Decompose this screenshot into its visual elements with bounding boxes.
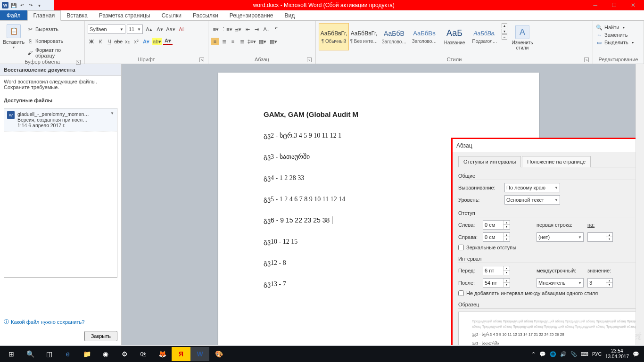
- clear-format-icon[interactable]: A⃠: [177, 25, 186, 33]
- no-space-same-style-checkbox[interactable]: [458, 290, 464, 296]
- explorer-icon[interactable]: 📁: [77, 347, 96, 361]
- font-name-input[interactable]: Sylfaen▼: [88, 25, 125, 34]
- settings-icon[interactable]: ⚙: [115, 347, 134, 361]
- tab-file[interactable]: Файл: [0, 10, 27, 20]
- space-before-input[interactable]: 6 пт▴▾: [483, 266, 510, 275]
- tray-vol-icon[interactable]: 🔊: [560, 351, 567, 357]
- alignment-select[interactable]: По левому краю▼: [504, 183, 560, 192]
- tray-notify-icon[interactable]: 💬: [633, 351, 639, 357]
- indent-right-input[interactable]: 0 см▴▾: [483, 232, 510, 242]
- styles-launcher-icon[interactable]: ↘: [584, 58, 589, 62]
- tab-home[interactable]: Главная: [27, 10, 61, 21]
- tray-clock[interactable]: 23:5413.04.2017: [605, 348, 629, 360]
- indent-dec-icon[interactable]: ⇤: [244, 25, 251, 33]
- line-spacing-value-input[interactable]: 3▴▾: [587, 278, 613, 288]
- numbering-icon[interactable]: ⋮≡▾: [222, 25, 231, 33]
- sort-icon[interactable]: A↓: [262, 25, 271, 33]
- align-left-icon[interactable]: ≡: [211, 38, 219, 45]
- bullets-icon[interactable]: ≡▾: [211, 25, 221, 33]
- underline-icon[interactable]: Ч: [106, 38, 113, 45]
- strike-icon[interactable]: abc: [115, 38, 122, 45]
- store-icon[interactable]: 🛍: [134, 347, 153, 361]
- change-styles-button[interactable]: A Изменить стили: [509, 23, 536, 50]
- tray-msg-icon[interactable]: 💬: [539, 351, 546, 357]
- show-marks-icon[interactable]: ¶: [272, 25, 280, 33]
- mirror-indents-checkbox[interactable]: [458, 245, 464, 250]
- word-taskbar-icon[interactable]: W: [190, 347, 209, 361]
- paint-icon[interactable]: 🎨: [209, 347, 228, 361]
- recovery-item[interactable]: W gladuell_-_perelomny_momen… Версия, со…: [4, 108, 117, 132]
- save-icon[interactable]: 💾: [10, 2, 17, 8]
- task-view-icon[interactable]: ◫: [40, 347, 58, 361]
- indent-left-input[interactable]: 0 см▴▾: [483, 220, 510, 230]
- recovery-question-link[interactable]: ⓘКакой файл нужно сохранить?: [0, 314, 121, 329]
- bold-icon[interactable]: Ж: [88, 38, 95, 45]
- justify-icon[interactable]: ≣: [238, 38, 246, 45]
- style-button[interactable]: АаБНазвание: [439, 23, 470, 50]
- font-launcher-icon[interactable]: ↘: [199, 58, 204, 62]
- shrink-font-icon[interactable]: A▾: [155, 25, 165, 33]
- multilevel-icon[interactable]: ⊟▾: [233, 25, 242, 33]
- start-button[interactable]: ⊞: [2, 347, 21, 361]
- vertical-scrollbar[interactable]: [636, 64, 644, 345]
- firefox-icon[interactable]: 🦊: [153, 347, 172, 361]
- select-button[interactable]: ▭Выделить▼: [596, 39, 635, 46]
- minimize-button[interactable]: ─: [593, 2, 597, 8]
- tab-layout[interactable]: Разметка страницы: [93, 10, 156, 20]
- replace-button[interactable]: ↔Заменить: [596, 32, 635, 38]
- maximize-button[interactable]: ☐: [611, 2, 617, 8]
- font-color-icon[interactable]: A▾: [163, 38, 173, 45]
- space-after-input[interactable]: 54 пт▴▾: [483, 278, 510, 288]
- paste-button[interactable]: 📋 Вставить ▼: [3, 22, 25, 49]
- yandex-icon[interactable]: Я: [172, 347, 190, 361]
- align-center-icon[interactable]: ≣: [220, 38, 228, 45]
- special-by-input[interactable]: ▴▾: [587, 232, 613, 242]
- highlight-icon[interactable]: ab▾: [152, 38, 162, 45]
- style-button[interactable]: АаБбВЗаголово…: [379, 23, 409, 50]
- find-button[interactable]: 🔍Найти▼: [596, 24, 635, 31]
- tab-insert[interactable]: Вставка: [61, 10, 93, 20]
- tray-lang[interactable]: РУС: [592, 352, 602, 357]
- tab-position[interactable]: Положение на странице: [522, 156, 591, 167]
- grow-font-icon[interactable]: A▴: [144, 25, 154, 33]
- special-indent-select[interactable]: (нет)▼: [537, 232, 584, 242]
- borders-icon[interactable]: ▦▾: [269, 38, 278, 45]
- dropdown-icon[interactable]: ▼: [110, 111, 114, 128]
- style-button[interactable]: АаБбВвГг,¶ Без инте…: [349, 23, 379, 50]
- close-button[interactable]: ✕: [631, 2, 636, 8]
- style-button[interactable]: АаБбВв.Подзагол…: [470, 23, 500, 50]
- style-button[interactable]: АаБбВвГг,¶ Обычный: [319, 23, 349, 50]
- line-spacing-icon[interactable]: ‡≡▾: [247, 38, 256, 45]
- tab-indents[interactable]: Отступы и интервалы: [458, 156, 521, 167]
- font-size-input[interactable]: 11▼: [127, 25, 143, 34]
- shading-icon[interactable]: ▦▾: [258, 38, 267, 45]
- tray-up-icon[interactable]: ⌃: [531, 351, 536, 357]
- redo-icon[interactable]: ↷: [27, 2, 34, 8]
- tray-clip-icon[interactable]: 📎: [570, 351, 577, 357]
- superscript-icon[interactable]: x²: [132, 38, 140, 45]
- outline-level-select[interactable]: Основной текст▼: [504, 195, 560, 205]
- edge-icon[interactable]: e: [58, 347, 77, 361]
- style-button[interactable]: АаБбВвЗаголово…: [409, 23, 439, 50]
- qat-more-icon[interactable]: ▾: [36, 2, 42, 8]
- recovery-close-button[interactable]: Закрыть: [84, 331, 117, 341]
- indent-inc-icon[interactable]: ⇥: [253, 25, 260, 33]
- italic-icon[interactable]: К: [97, 38, 104, 45]
- tray-net-icon[interactable]: 🌐: [550, 351, 556, 357]
- styles-scroll[interactable]: ▴ ▾ ≡: [502, 23, 507, 40]
- tab-mailings[interactable]: Рассылки: [187, 10, 224, 20]
- line-spacing-select[interactable]: Множитель▼: [537, 278, 584, 288]
- undo-icon[interactable]: ↶: [19, 2, 25, 8]
- tab-view[interactable]: Вид: [279, 10, 300, 20]
- align-right-icon[interactable]: ≡: [229, 38, 237, 45]
- subscript-icon[interactable]: x₂: [124, 38, 131, 45]
- copy-button[interactable]: ⎘Копировать: [26, 36, 82, 46]
- chrome-icon[interactable]: ◉: [96, 347, 115, 361]
- search-icon[interactable]: 🔍: [21, 347, 40, 361]
- tray-kbd-icon[interactable]: ⌨: [581, 351, 588, 357]
- change-case-icon[interactable]: Aa▾: [166, 25, 175, 33]
- cut-button[interactable]: ✂Вырезать: [26, 24, 82, 34]
- paragraph-launcher-icon[interactable]: ↘: [307, 58, 312, 62]
- text-effects-icon[interactable]: A▾: [141, 38, 151, 45]
- tab-references[interactable]: Ссылки: [156, 10, 187, 20]
